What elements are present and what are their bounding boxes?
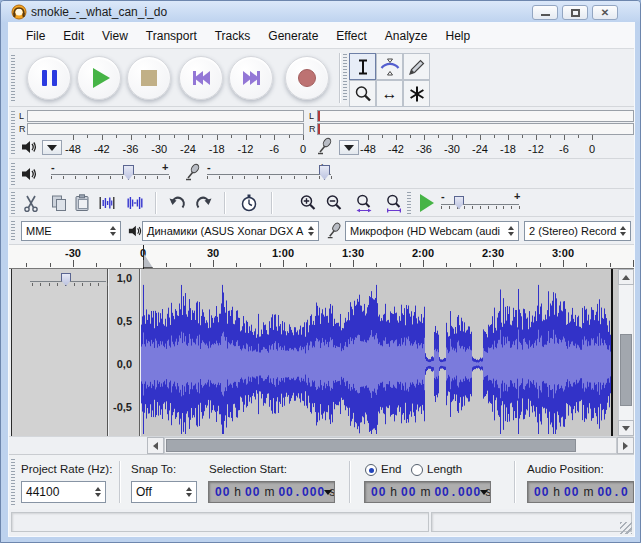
vertical-ruler[interactable]: 1,00,50,0-0,5: [109, 269, 140, 436]
playback-meter-bar-left[interactable]: [27, 110, 304, 122]
toolbar-gripper[interactable]: [11, 221, 15, 241]
edit-toolbar: - +: [9, 189, 634, 217]
meter-scale-number: -24: [472, 143, 488, 155]
menu-item[interactable]: Analyze: [376, 26, 437, 46]
time-segment: 00: [401, 485, 416, 499]
menu-item[interactable]: Effect: [327, 26, 375, 46]
menu-item[interactable]: View: [93, 26, 137, 46]
paste-button[interactable]: [70, 191, 94, 215]
timeline-ruler[interactable]: -300301:001:302:002:303:00: [9, 245, 634, 269]
envelope-tool-button[interactable]: [376, 53, 403, 80]
vertical-scroll-thumb[interactable]: [620, 334, 632, 406]
stop-button[interactable]: [127, 56, 171, 100]
meter-scale-number: 0: [589, 143, 595, 155]
toolbar-gripper[interactable]: [11, 459, 15, 505]
horizontal-scroll-track[interactable]: [164, 437, 617, 454]
zoom-in-button[interactable]: [296, 191, 320, 215]
recording-meter-bar-right[interactable]: [317, 123, 634, 135]
play-button[interactable]: [77, 56, 121, 100]
minimize-button[interactable]: [532, 5, 558, 20]
length-radio-label[interactable]: Length: [427, 463, 462, 475]
zoom-tool-button[interactable]: [349, 80, 376, 107]
scroll-right-button[interactable]: [617, 437, 634, 454]
menu-item[interactable]: File: [17, 26, 54, 46]
recording-meter-bar-left[interactable]: [317, 110, 634, 122]
timeline-label: 3:00: [552, 247, 574, 259]
close-button[interactable]: ✕: [592, 5, 618, 20]
menu-item[interactable]: Generate: [259, 26, 327, 46]
zoom-out-button[interactable]: [322, 191, 346, 215]
toolbar-gripper[interactable]: [343, 54, 347, 102]
skip-to-start-button[interactable]: [179, 56, 223, 100]
input-device-value: Микрофон (HD Webcam (audi: [350, 225, 500, 237]
pause-button[interactable]: [27, 56, 71, 100]
stop-icon: [141, 70, 157, 86]
menu-item[interactable]: Tracks: [206, 26, 260, 46]
tick-mark: [331, 176, 332, 179]
title-bar[interactable]: smokie_-_what_can_i_do ✕: [1, 1, 641, 23]
timeline-label: -30: [65, 247, 81, 259]
zoom-to-selection-button[interactable]: [352, 191, 376, 215]
audio-host-select[interactable]: MME: [21, 221, 121, 241]
play-icon: [93, 68, 110, 88]
toolbar-gripper[interactable]: [11, 163, 15, 185]
time-segment: 000: [458, 485, 481, 499]
waveform-track[interactable]: [141, 269, 611, 436]
time-segment: 00: [245, 485, 260, 499]
toolbar-gripper[interactable]: [11, 55, 15, 101]
magnifier-icon: [353, 84, 373, 104]
redo-button[interactable]: [192, 191, 216, 215]
playback-meter-bar-right[interactable]: [27, 123, 304, 135]
skip-to-end-button[interactable]: [229, 56, 273, 100]
input-device-select[interactable]: Микрофон (HD Webcam (audi: [345, 221, 519, 241]
tick-mark: [32, 283, 33, 286]
tick-mark: [232, 176, 233, 179]
sync-lock-button[interactable]: [237, 191, 261, 215]
output-device-select[interactable]: Динамики (ASUS Xonar DGX A: [142, 221, 319, 241]
end-radio[interactable]: [365, 464, 377, 476]
vertical-scrollbar[interactable]: [618, 269, 634, 436]
snap-to-label: Snap To:: [131, 463, 176, 475]
play-at-speed-button[interactable]: [415, 191, 439, 215]
scroll-down-button[interactable]: [618, 420, 634, 436]
tick-mark: [480, 206, 481, 209]
tick-mark: [493, 260, 494, 267]
menu-item[interactable]: Help: [437, 26, 480, 46]
silence-audio-button[interactable]: [123, 191, 147, 215]
record-button[interactable]: [285, 56, 329, 100]
end-radio-label[interactable]: End: [381, 463, 401, 475]
track-control-panel[interactable]: [12, 269, 108, 436]
tick-mark: [74, 283, 75, 286]
menu-item[interactable]: Transport: [137, 26, 206, 46]
tick-mark: [257, 176, 258, 179]
time-shift-tool-button[interactable]: ↔: [376, 80, 403, 107]
scroll-left-button[interactable]: [147, 437, 164, 454]
selection-tool-button[interactable]: [349, 53, 376, 80]
tick-mark: [519, 206, 520, 209]
horizontal-scrollbar[interactable]: [9, 436, 634, 454]
resize-grip[interactable]: [620, 522, 632, 534]
scroll-up-button[interactable]: [618, 269, 634, 285]
tick-mark: [281, 176, 282, 179]
snap-to-select[interactable]: Off: [131, 481, 197, 503]
draw-tool-button[interactable]: [403, 53, 430, 80]
length-radio[interactable]: [411, 464, 423, 476]
copy-button[interactable]: [47, 191, 71, 215]
audio-position-field[interactable]: 00h00m00.0: [527, 481, 634, 503]
horizontal-scroll-thumb[interactable]: [166, 439, 576, 452]
tick-mark: [283, 260, 284, 267]
maximize-button[interactable]: [562, 5, 588, 20]
trim-audio-button[interactable]: [95, 191, 119, 215]
undo-button[interactable]: [165, 191, 189, 215]
selection-start-field[interactable]: 00h00m00.000s: [208, 481, 335, 503]
multi-tool-button[interactable]: [403, 80, 430, 107]
cut-button[interactable]: [19, 191, 43, 215]
waveform-canvas[interactable]: [141, 271, 611, 434]
fit-project-button[interactable]: [382, 191, 406, 215]
project-rate-select[interactable]: 44100: [21, 481, 106, 503]
menu-item[interactable]: Edit: [54, 26, 93, 46]
selection-end-field[interactable]: 00h00m00.000s: [364, 481, 491, 503]
input-channels-select[interactable]: 2 (Stereo) Record: [524, 221, 631, 241]
tick-mark: [610, 263, 611, 267]
arrow-left-icon: [153, 442, 158, 450]
